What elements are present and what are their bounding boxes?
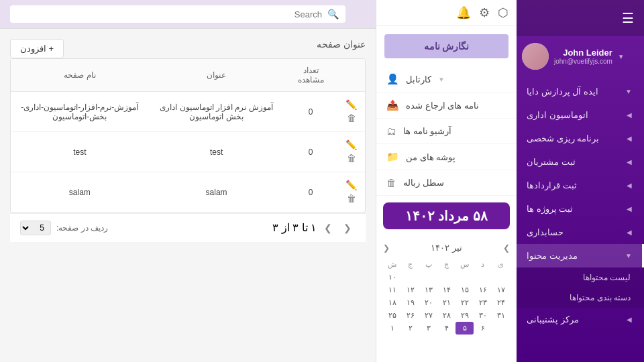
page-title: عنوان صفحه bbox=[317, 39, 366, 50]
nav-item-myfiles[interactable]: پوشه های من 📁 bbox=[376, 144, 517, 170]
sidebar-header: ☰ bbox=[517, 0, 644, 36]
sidebar-item-automation-admin[interactable]: ◀ اتوماسیون اداری bbox=[517, 103, 644, 127]
cell-page-name: salam bbox=[11, 172, 149, 213]
calendar-day[interactable]: ۲۶ bbox=[401, 309, 419, 322]
calendar-day[interactable]: ۲۵ bbox=[383, 309, 401, 322]
cell-views: 0 bbox=[284, 172, 337, 213]
calendar-day[interactable]: ۱۸ bbox=[383, 296, 401, 309]
calendar-day[interactable]: ۱ bbox=[383, 322, 401, 335]
search-bar: 🔍 bbox=[10, 5, 345, 23]
calendar-day[interactable]: ۱۱ bbox=[383, 284, 401, 296]
top-bar: 🔍 bbox=[0, 0, 376, 29]
calendar-day-header: چ bbox=[437, 258, 455, 271]
sidebar-item-project-reg[interactable]: ◀ ثبت پروژه ها bbox=[517, 197, 644, 221]
chevron-down-icon: ▼ bbox=[438, 76, 445, 83]
search-input[interactable] bbox=[17, 9, 322, 19]
sidebar-sub-item-content-list[interactable]: لیست محتواها bbox=[517, 267, 644, 288]
calendar-day[interactable]: ۲۲ bbox=[455, 296, 474, 309]
calendar-day[interactable]: ۱۷ bbox=[492, 284, 510, 296]
date-badge: ۵۸ مرداد ۱۴۰۲ bbox=[383, 202, 510, 229]
gear-icon[interactable]: ⚙ bbox=[479, 5, 490, 20]
calendar-day-header: پ bbox=[419, 258, 437, 271]
edit-icon[interactable]: ✏️ bbox=[345, 179, 357, 192]
chevron-left-icon: ◀ bbox=[627, 158, 632, 166]
cell-title: آموزش نرم افزار اتوماسیون اداری بخش اتوم… bbox=[149, 92, 284, 132]
left-panel: ⬡ ⚙ 🔔 نگارش نامه ▼ کارتابل 👤 نامه های ار… bbox=[376, 0, 517, 362]
page-title-row: + افزودن عنوان صفحه bbox=[10, 39, 366, 50]
calendar-day[interactable]: ۲۱ bbox=[437, 296, 455, 309]
pagination: ❮ ❯ ۱ تا ۳ از ۳ bbox=[272, 221, 356, 235]
bell-icon[interactable]: 🔔 bbox=[456, 5, 471, 20]
sidebar-item-contract-reg[interactable]: ◀ ثبت قراردادها bbox=[517, 174, 644, 197]
calendar-day[interactable]: ۱۴ bbox=[437, 284, 455, 296]
compose-button[interactable]: نگارش نامه bbox=[384, 34, 508, 58]
chevron-left-icon: ◀ bbox=[627, 316, 632, 323]
chevron-left-icon: ◀ bbox=[627, 229, 632, 236]
calendar-day[interactable]: ۱۶ bbox=[474, 284, 492, 296]
calendar-day[interactable]: ۲۴ bbox=[492, 296, 510, 309]
calendar-day[interactable]: ۲۹ bbox=[455, 309, 474, 322]
trash-icon: 🗑 bbox=[386, 177, 396, 188]
folder-icon: 📁 bbox=[386, 151, 399, 163]
exit-icon[interactable]: ⬡ bbox=[498, 5, 508, 20]
calendar-prev-icon[interactable]: ❮ bbox=[383, 243, 390, 253]
page-prev-button[interactable]: ❮ bbox=[339, 221, 356, 235]
calendar-day[interactable]: ۲۷ bbox=[419, 309, 437, 322]
sidebar-sub-item-content-category[interactable]: دسته بندی محتواها bbox=[517, 288, 644, 308]
sidebar-item-label: ایده آل پردازش دایا bbox=[527, 86, 598, 97]
calendar-day[interactable]: ۳۰ bbox=[474, 309, 492, 322]
calendar-day bbox=[437, 271, 455, 284]
calendar-day[interactable]: ۵ bbox=[455, 322, 474, 335]
calendar-day[interactable]: ۴ bbox=[437, 322, 455, 335]
chevron-down-icon: ▼ bbox=[625, 88, 632, 95]
menu-icon[interactable]: ☰ bbox=[523, 7, 637, 29]
delete-icon[interactable]: 🗑 bbox=[345, 112, 357, 125]
content-area: + افزودن عنوان صفحه تعداد مشاهده عنوان ن… bbox=[0, 29, 376, 252]
edit-icon[interactable]: ✏️ bbox=[345, 99, 357, 112]
calendar-grid: یدسچپجش ۱۰۱۷۱۶۱۵۱۴۱۳۱۲۱۱۲۴۲۳۲۲۲۱۲۰۱۹۱۸۳۱… bbox=[383, 258, 510, 335]
calendar-day[interactable]: ۲۰ bbox=[419, 296, 437, 309]
nav-item-archive[interactable]: آرشیو نامه ها 🗂 bbox=[376, 119, 517, 144]
calendar-next-icon[interactable]: ❯ bbox=[503, 243, 510, 253]
sidebar-sub-item-label: دسته بندی محتواها bbox=[570, 293, 631, 302]
sidebar-item-customer-reg[interactable]: ◀ ثبت مشتریان bbox=[517, 150, 644, 174]
sidebar-item-label: ثبت قراردادها bbox=[527, 180, 577, 190]
avatar bbox=[522, 43, 549, 70]
calendar-day[interactable]: ۱۹ bbox=[401, 296, 419, 309]
calendar-day-header: د bbox=[474, 258, 492, 271]
calendar-day[interactable]: ۶ bbox=[474, 322, 492, 335]
calendar-day[interactable]: ۳۱ bbox=[492, 309, 510, 322]
calendar-day bbox=[455, 271, 474, 284]
cell-page-name: test bbox=[11, 132, 149, 172]
calendar-day[interactable]: ۱۵ bbox=[455, 284, 474, 296]
page-next-button[interactable]: ❯ bbox=[320, 221, 336, 235]
sidebar-item-support[interactable]: ◀ مرکز پشتیبانی bbox=[517, 308, 644, 331]
sidebar-item-idea[interactable]: ▼ ایده آل پردازش دایا bbox=[517, 80, 644, 103]
calendar-day[interactable]: ۱۰ bbox=[383, 271, 401, 284]
delete-icon[interactable]: 🗑 bbox=[345, 152, 357, 166]
sidebar-item-personal-planning[interactable]: ◀ برنامه ریزی شخصی bbox=[517, 127, 644, 150]
sidebar-item-content-mgmt[interactable]: ▼ مدیریت محتوا bbox=[517, 244, 644, 267]
calendar-day[interactable]: ۱۲ bbox=[401, 284, 419, 296]
sidebar-item-label: ثبت مشتریان bbox=[527, 157, 576, 167]
table-footer: ❮ ❯ ۱ تا ۳ از ۳ ردیف در صفحه: 5 10 25 bbox=[10, 213, 366, 242]
calendar-day-header: ش bbox=[383, 258, 401, 271]
calendar-day[interactable]: ۲۳ bbox=[474, 296, 492, 309]
archive-icon: 🗂 bbox=[386, 125, 396, 137]
edit-icon[interactable]: ✏️ bbox=[345, 139, 357, 152]
date-text: ۵۸ مرداد ۱۴۰۲ bbox=[405, 208, 488, 223]
nav-item-trash[interactable]: سطل زباله 🗑 bbox=[376, 170, 517, 196]
rows-per-page-select[interactable]: 5 10 25 bbox=[20, 221, 51, 235]
calendar-day[interactable]: ۲۸ bbox=[437, 309, 455, 322]
calendar-day[interactable]: ۲ bbox=[401, 322, 419, 335]
top-icons-bar: ⬡ ⚙ 🔔 bbox=[376, 0, 517, 26]
calendar-day bbox=[419, 271, 437, 284]
calendar-day[interactable]: ۳ bbox=[419, 322, 437, 335]
add-button[interactable]: + افزودن bbox=[10, 39, 64, 58]
sidebar-item-accounting[interactable]: ◀ حسابداری bbox=[517, 221, 644, 244]
nav-item-referred[interactable]: نامه های ارجاع شده 📤 bbox=[376, 93, 517, 119]
calendar-day[interactable]: ۱۳ bbox=[419, 284, 437, 296]
rows-per-page: ردیف در صفحه: 5 10 25 bbox=[20, 221, 108, 235]
nav-item-contacts[interactable]: ▼ کارتابل 👤 bbox=[376, 66, 517, 93]
delete-icon[interactable]: 🗑 bbox=[345, 192, 357, 206]
